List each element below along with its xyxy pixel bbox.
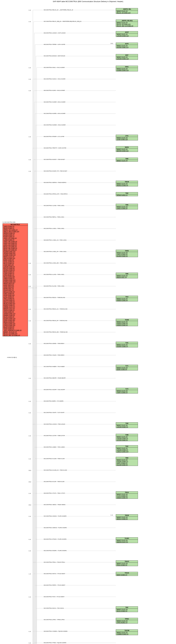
target-attr: BLAND [CHAR (3)] [116,255,138,257]
target-attr: MANDT [CLNT (3)] [116,275,138,276]
relation-label: MCCOMVTRLK-LAND1_AG = T005-LAND1 [44,240,66,241]
target-entity: T300MANDT [CLNT (3)]LGNUM [CHAR (3)] [116,422,138,428]
target-entity-name: TPRIO [116,618,138,620]
target-attr: MATNR [CHAR (18)] [116,150,138,152]
main-attr: LFDAT [DATS (8)] [3,264,28,266]
main-attr: SPDNR [CHAR (10)] [3,252,28,254]
relation-label: MCCOMVTRLK-SLAND = T005-LAND1 [44,286,64,287]
relation-line [28,217,116,288]
main-attr: VSTEL [CHAR (4)] [3,261,28,262]
relation-line [28,288,116,644]
target-attr: LGNUM [CHAR (3)] [116,449,138,451]
relation-label: MCCOMVTRLK-KUNWE = KNA1-KUNNR [44,124,65,126]
relation-line [28,274,116,288]
target-attr: MANDT [CLNT (3)] [116,494,138,495]
target-entity: AKKPMANDT [CLNT (3)]LGNUM [CHAR (10)] [116,31,138,37]
relation-line [28,114,116,288]
main-attr: REGIO_SP [CHAR (3)] [3,249,28,251]
main-left-label: 0,1 MCCOMVTRLK 0(N) [2,222,15,223]
relation-line [28,206,116,288]
relation-label: MCCOMVTRLK-TRMTYP = MARA-MATNR [44,147,66,149]
relation-line [28,288,116,644]
main-attr: FAKSK [CHAR (2)] [3,271,28,272]
cardinality-left: 0..N [29,262,31,264]
target-entity-name: MARA [116,146,138,148]
main-attr: CMWAE [CUKY (5)] [3,306,28,308]
relation-label: MCCOMVTRLK-LGBZO = T30C-LGBZO [44,446,65,448]
relation-line [28,288,116,390]
target-attr: MANDT [CLNT (3)] [116,448,138,449]
relation-label: MCCOMVTRLK-VSART = T173-VSART [44,412,64,413]
target-attr: IDENT [CHAR (2)] [116,574,138,576]
main-attr: KUNAG [CHAR (10)] [3,279,28,281]
relation-line [28,288,116,459]
relation-line [28,288,116,608]
main-entity-name: MCCOMVTRLK [3,224,28,226]
target-attr: MANDT [CLNT (3)] [116,33,138,35]
target-entity-name: T151 [116,342,138,344]
relation-label: MCCOMVTRLK-REFKL = T005-LAND1 [44,216,64,218]
target-entity: TPRIOMANDT [CLNT (3)]LPRIO [NUMC (2)] [116,618,138,624]
target-attr: KALSM [CHAR (6)] [116,464,138,466]
relation-line [28,240,116,288]
target-attr: BZIRK [CHAR (6)] [116,369,138,370]
relation-line [28,125,116,288]
main-attr: KALSP [CHAR (6)] [3,326,28,328]
target-entity-name: T173 [116,388,138,390]
main-attr: VSBED [CHAR (2)] [3,278,28,279]
main-attr: LSTEL [CHAR (2)] [3,296,28,298]
relation-line [28,263,116,288]
target-entity-name: AKKP [116,31,138,33]
relation-label: MCCOMVTRLK-REGIO = T005S-BLAND [44,297,65,298]
target-entity: EIKPMANDT [CLNT (3)]EXNUM [CHAR (10)] [116,54,138,60]
relation-line [28,286,116,288]
target-entity-name: EIKP [116,54,138,56]
main-attr: KUNAG [CHAR (10)] [3,281,28,282]
relation-line [28,288,116,644]
relation-line [28,288,116,551]
relation-label: MCCOMVTRLK-CMWAE = TCURC-WAERS [44,527,67,528]
relation-line [28,288,116,644]
target-entity-name: T691A [116,492,138,494]
relation-label: MCCOMVTRLK-KALSP = T683-KALSM [44,481,64,482]
relation-line [28,288,116,644]
cardinality-left: 0..N [29,401,31,402]
main-attr: LGTOR [CHAR (3)] [3,299,28,301]
relation-line [28,288,116,298]
cardinality-left: 0..N [29,516,31,517]
main-attr: BZIRK [CHAR (6)] [3,259,28,261]
target-attr: MANDT [CLNT (3)] [116,424,138,426]
cardinality-left: (0,1) [29,470,31,471]
relation-line [28,148,116,288]
relation-line [28,288,116,644]
target-entity-name: T014 [116,296,138,298]
relation-line [28,288,116,644]
relation-label: MCCOMVTRLK-STWAE = TCURC-WAERS [44,538,66,540]
target-entity-name: T171 [116,365,138,367]
cardinality-left: 0..N [29,136,31,138]
target-entity: TFACDIDENT [CHAR (2)] [116,572,138,576]
relation-line [28,137,116,288]
target-entity: T006MANDT [CLNT (3)]MSEHI [UNIT (3)] [116,273,138,278]
target-attr: PROLI [CHAR (3)] [116,564,138,566]
target-attr: KKBER [CHAR (4)] [116,300,138,301]
target-attr: COMMN [CHAR (5)] [116,633,138,635]
relation-line [28,288,116,644]
target-entity: T171MANDT [CLNT (3)]BZIRK [CHAR (6)] [116,365,138,370]
relation-line [28,288,116,644]
relation-label: MCCOMVTRLK-AKWAE = TCURC-WAERS [44,516,66,517]
target-entity: T30BMANDT [CLNT (3)]LGNUM [CHAR (3)]LGTO… [116,434,138,441]
relation-line [28,288,116,644]
target-entity: TQCOMMANDT [CLNT (3)]COMMN [CHAR (5)] [116,630,138,635]
target-entity: T005MANDT [CLNT (3)]LAND1 [CHAR (3)] [116,204,138,210]
target-entity-name: TQCOM [116,630,138,632]
main-attr: KDGRP [CHAR (2)] [3,304,28,306]
relation-line [28,22,116,288]
main-attr: TRSPG [CHAR (2)] [3,310,28,311]
main-attr: WAERK [CUKY (5)] [3,308,28,310]
main-attr: INCO1 [CHAR (3)] [3,262,28,264]
relation-line [28,288,116,401]
relation-label: MCCOMVTRLK-VOLEH = T006-MSEHI [44,354,64,356]
relation-label: MCCOMVTRLK-SPDNR = LFA1-LIFNR [44,136,64,137]
target-attr: MANDT [CLNT (3)] [116,516,138,518]
